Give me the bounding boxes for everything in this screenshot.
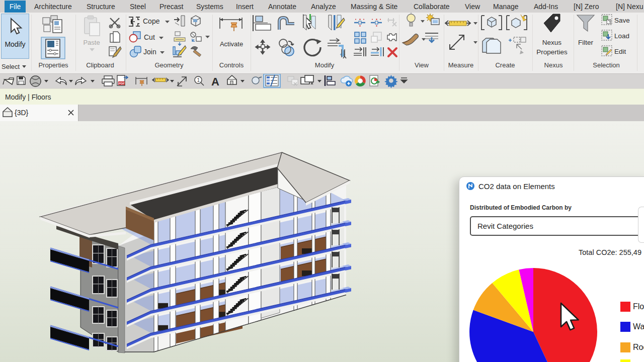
svg-text:1: 1 (197, 77, 200, 83)
svg-text:Filter: Filter (578, 39, 594, 46)
svg-text:A: A (211, 75, 219, 88)
svg-text:Cut: Cut (144, 33, 155, 41)
svg-text:Save: Save (614, 17, 630, 24)
svg-text:Nexus: Nexus (542, 39, 562, 46)
svg-text:PDF: PDF (119, 82, 125, 85)
svg-text:Cope: Cope (143, 17, 160, 25)
svg-text:Properties: Properties (536, 48, 568, 56)
svg-text:Join: Join (143, 48, 156, 56)
svg-text:Load: Load (614, 32, 629, 40)
svg-text:Edit: Edit (614, 48, 626, 55)
